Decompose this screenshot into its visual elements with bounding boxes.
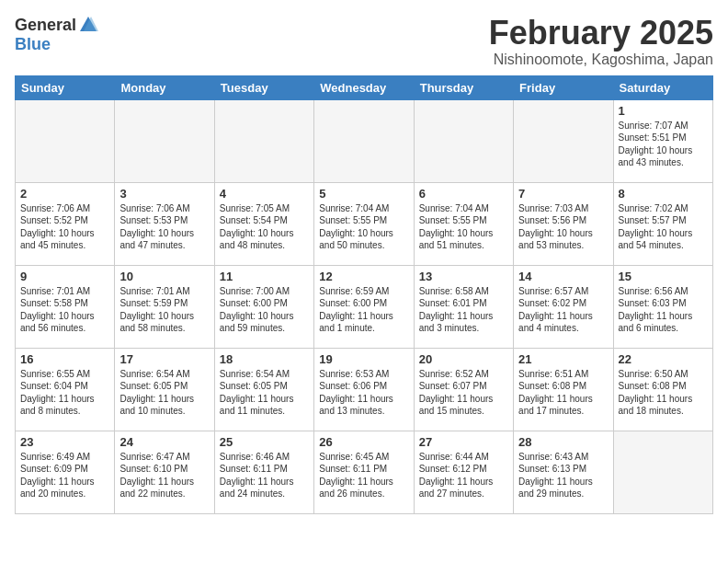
calendar-cell: 16Sunrise: 6:55 AM Sunset: 6:04 PM Dayli…	[16, 348, 115, 431]
calendar-week-3: 9Sunrise: 7:01 AM Sunset: 5:58 PM Daylig…	[16, 265, 713, 348]
day-info: Sunrise: 7:00 AM Sunset: 6:00 PM Dayligh…	[220, 285, 309, 335]
day-number: 4	[220, 187, 309, 201]
day-info: Sunrise: 6:47 AM Sunset: 6:10 PM Dayligh…	[119, 451, 209, 500]
calendar-cell: 12Sunrise: 6:59 AM Sunset: 6:00 PM Dayli…	[314, 265, 414, 348]
day-number: 25	[220, 435, 309, 449]
month-title: February 2025	[489, 15, 713, 52]
calendar-cell: 1Sunrise: 7:07 AM Sunset: 5:51 PM Daylig…	[613, 99, 712, 182]
day-number: 28	[518, 435, 608, 449]
day-number: 5	[319, 187, 408, 201]
day-info: Sunrise: 6:52 AM Sunset: 6:07 PM Dayligh…	[419, 368, 508, 418]
calendar-cell	[16, 99, 115, 182]
day-info: Sunrise: 6:54 AM Sunset: 6:05 PM Dayligh…	[220, 368, 309, 418]
calendar-cell: 26Sunrise: 6:45 AM Sunset: 6:11 PM Dayli…	[314, 431, 414, 513]
day-info: Sunrise: 6:43 AM Sunset: 6:13 PM Dayligh…	[518, 451, 608, 500]
day-number: 18	[220, 352, 309, 366]
day-number: 2	[20, 187, 109, 201]
day-number: 8	[619, 187, 708, 201]
day-number: 20	[419, 352, 508, 366]
day-info: Sunrise: 7:03 AM Sunset: 5:56 PM Dayligh…	[518, 202, 608, 252]
calendar-cell: 13Sunrise: 6:58 AM Sunset: 6:01 PM Dayli…	[414, 265, 513, 348]
calendar-cell: 4Sunrise: 7:05 AM Sunset: 5:54 PM Daylig…	[214, 182, 313, 265]
calendar-cell: 20Sunrise: 6:52 AM Sunset: 6:07 PM Dayli…	[414, 348, 513, 431]
day-number: 9	[20, 270, 109, 283]
calendar-cell: 11Sunrise: 7:00 AM Sunset: 6:00 PM Dayli…	[214, 265, 313, 348]
logo-icon	[78, 15, 98, 35]
day-number: 19	[319, 352, 408, 366]
day-info: Sunrise: 6:57 AM Sunset: 6:02 PM Dayligh…	[518, 285, 608, 335]
calendar-cell: 22Sunrise: 6:50 AM Sunset: 6:08 PM Dayli…	[613, 348, 712, 431]
day-number: 3	[119, 187, 209, 201]
calendar-week-2: 2Sunrise: 7:06 AM Sunset: 5:52 PM Daylig…	[16, 182, 713, 265]
calendar-cell	[613, 431, 712, 513]
calendar-cell: 2Sunrise: 7:06 AM Sunset: 5:52 PM Daylig…	[16, 182, 115, 265]
calendar-header-tuesday: Tuesday	[214, 75, 313, 99]
calendar-header-wednesday: Wednesday	[314, 75, 414, 99]
calendar-week-4: 16Sunrise: 6:55 AM Sunset: 6:04 PM Dayli…	[16, 348, 713, 431]
calendar-week-5: 23Sunrise: 6:49 AM Sunset: 6:09 PM Dayli…	[16, 431, 713, 513]
day-number: 16	[20, 352, 109, 366]
calendar-cell: 28Sunrise: 6:43 AM Sunset: 6:13 PM Dayli…	[514, 431, 613, 513]
calendar-header-friday: Friday	[514, 75, 613, 99]
day-info: Sunrise: 7:01 AM Sunset: 5:58 PM Dayligh…	[20, 285, 109, 335]
day-info: Sunrise: 7:06 AM Sunset: 5:52 PM Dayligh…	[20, 202, 109, 252]
calendar-cell: 7Sunrise: 7:03 AM Sunset: 5:56 PM Daylig…	[514, 182, 613, 265]
calendar-cell: 19Sunrise: 6:53 AM Sunset: 6:06 PM Dayli…	[314, 348, 414, 431]
calendar-header-saturday: Saturday	[613, 75, 712, 99]
day-number: 13	[419, 270, 508, 283]
day-info: Sunrise: 6:45 AM Sunset: 6:11 PM Dayligh…	[319, 451, 408, 500]
day-info: Sunrise: 6:49 AM Sunset: 6:09 PM Dayligh…	[20, 451, 109, 500]
calendar-body: 1Sunrise: 7:07 AM Sunset: 5:51 PM Daylig…	[16, 99, 713, 513]
day-number: 7	[518, 187, 608, 201]
day-number: 17	[119, 352, 209, 366]
day-number: 14	[518, 270, 608, 283]
calendar-header-sunday: Sunday	[16, 75, 115, 99]
day-number: 11	[220, 270, 309, 283]
day-info: Sunrise: 6:44 AM Sunset: 6:12 PM Dayligh…	[419, 451, 508, 500]
calendar-header-monday: Monday	[115, 75, 214, 99]
calendar-cell: 15Sunrise: 6:56 AM Sunset: 6:03 PM Dayli…	[613, 265, 712, 348]
logo: General Blue	[15, 15, 98, 54]
calendar-cell: 14Sunrise: 6:57 AM Sunset: 6:02 PM Dayli…	[514, 265, 613, 348]
calendar-cell	[115, 99, 214, 182]
day-number: 21	[518, 352, 608, 366]
day-number: 24	[119, 435, 209, 449]
day-number: 27	[419, 435, 508, 449]
day-info: Sunrise: 6:46 AM Sunset: 6:11 PM Dayligh…	[220, 451, 309, 500]
calendar-cell	[214, 99, 313, 182]
day-info: Sunrise: 7:02 AM Sunset: 5:57 PM Dayligh…	[619, 202, 708, 252]
day-info: Sunrise: 6:50 AM Sunset: 6:08 PM Dayligh…	[619, 368, 708, 418]
calendar-cell: 9Sunrise: 7:01 AM Sunset: 5:58 PM Daylig…	[16, 265, 115, 348]
day-info: Sunrise: 7:04 AM Sunset: 5:55 PM Dayligh…	[419, 202, 508, 252]
calendar-header-row: SundayMondayTuesdayWednesdayThursdayFrid…	[16, 75, 713, 99]
calendar-week-1: 1Sunrise: 7:07 AM Sunset: 5:51 PM Daylig…	[16, 99, 713, 182]
calendar-cell: 23Sunrise: 6:49 AM Sunset: 6:09 PM Dayli…	[16, 431, 115, 513]
day-info: Sunrise: 7:04 AM Sunset: 5:55 PM Dayligh…	[319, 202, 408, 252]
day-info: Sunrise: 6:51 AM Sunset: 6:08 PM Dayligh…	[518, 368, 608, 418]
calendar-cell: 25Sunrise: 6:46 AM Sunset: 6:11 PM Dayli…	[214, 431, 313, 513]
day-info: Sunrise: 6:53 AM Sunset: 6:06 PM Dayligh…	[319, 368, 408, 418]
page-header: General Blue February 2025 Nishinoomote,…	[15, 15, 713, 68]
calendar-cell: 27Sunrise: 6:44 AM Sunset: 6:12 PM Dayli…	[414, 431, 513, 513]
day-number: 10	[119, 270, 209, 283]
day-info: Sunrise: 6:54 AM Sunset: 6:05 PM Dayligh…	[119, 368, 209, 418]
day-number: 22	[619, 352, 708, 366]
calendar-cell: 8Sunrise: 7:02 AM Sunset: 5:57 PM Daylig…	[613, 182, 712, 265]
day-info: Sunrise: 6:59 AM Sunset: 6:00 PM Dayligh…	[319, 285, 408, 335]
day-number: 26	[319, 435, 408, 449]
day-info: Sunrise: 7:01 AM Sunset: 5:59 PM Dayligh…	[119, 285, 209, 335]
calendar-cell	[314, 99, 414, 182]
calendar-cell: 10Sunrise: 7:01 AM Sunset: 5:59 PM Dayli…	[115, 265, 214, 348]
day-number: 1	[619, 104, 708, 118]
calendar-cell: 17Sunrise: 6:54 AM Sunset: 6:05 PM Dayli…	[115, 348, 214, 431]
calendar-cell: 3Sunrise: 7:06 AM Sunset: 5:53 PM Daylig…	[115, 182, 214, 265]
day-number: 12	[319, 270, 408, 283]
calendar-cell: 5Sunrise: 7:04 AM Sunset: 5:55 PM Daylig…	[314, 182, 414, 265]
calendar-header-thursday: Thursday	[414, 75, 513, 99]
day-info: Sunrise: 6:56 AM Sunset: 6:03 PM Dayligh…	[619, 285, 708, 335]
location-title: Nishinoomote, Kagoshima, Japan	[489, 52, 713, 68]
calendar-cell	[514, 99, 613, 182]
day-info: Sunrise: 7:05 AM Sunset: 5:54 PM Dayligh…	[220, 202, 309, 252]
calendar-cell	[414, 99, 513, 182]
calendar-cell: 18Sunrise: 6:54 AM Sunset: 6:05 PM Dayli…	[214, 348, 313, 431]
